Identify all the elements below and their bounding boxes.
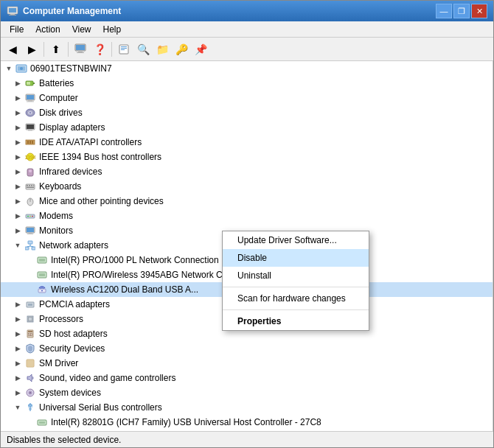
usb-expand[interactable]: ▼ — [13, 402, 23, 413]
svg-marker-75 — [27, 374, 32, 382]
key-button[interactable]: 🔑 — [173, 41, 190, 58]
modems-expand[interactable]: ▶ — [13, 211, 23, 221]
ctx-update-driver[interactable]: Update Driver Software... — [223, 231, 369, 249]
tree-item-disk-drives[interactable]: ▶ Disk drives — [1, 105, 493, 120]
restore-button[interactable]: ❐ — [453, 4, 470, 18]
tree-item-sound[interactable]: ▶ Sound, video and game controllers — [1, 371, 493, 385]
monitors-expand[interactable]: ▶ — [13, 225, 23, 236]
disk-expand[interactable]: ▶ — [13, 108, 23, 118]
system-expand[interactable]: ▶ — [13, 388, 23, 398]
mice-icon — [24, 195, 36, 207]
ctx-properties[interactable]: Properties — [223, 312, 369, 330]
up-button[interactable]: ⬆ — [47, 41, 65, 58]
svg-rect-16 — [33, 83, 35, 84]
tree-item-infrared[interactable]: ▶ Infrared devices — [1, 164, 493, 179]
svg-rect-1 — [9, 8, 16, 13]
processors-expand[interactable]: ▶ — [13, 314, 23, 324]
svg-rect-26 — [27, 125, 34, 129]
tree-item-usb[interactable]: ▼ Universal Serial Bus controllers — [1, 400, 493, 415]
ide-label: IDE ATA/ATAPI controllers — [39, 137, 142, 147]
sd-expand[interactable]: ▶ — [13, 329, 23, 339]
minimize-button[interactable]: — — [436, 4, 452, 18]
close-button[interactable]: ✕ — [471, 4, 487, 18]
network-expand[interactable]: ▼ — [13, 240, 23, 251]
show-hide-button[interactable] — [72, 41, 89, 58]
title-bar: Computer Management — ❐ ✕ — [1, 1, 493, 21]
tree-item-batteries[interactable]: ▶ Batteries — [1, 76, 493, 91]
pin-button[interactable]: 📌 — [192, 41, 209, 58]
svg-rect-10 — [121, 48, 127, 49]
computer-label: Computer — [39, 93, 78, 103]
back-button[interactable]: ◀ — [4, 41, 21, 58]
tree-item-security[interactable]: ▶ Security Devices — [1, 341, 493, 356]
svg-rect-39 — [31, 185, 32, 186]
infrared-label: Infrared devices — [39, 167, 102, 177]
network-icon — [24, 239, 36, 251]
ide-icon — [24, 136, 36, 148]
tree-item-sm[interactable]: ▶ SM Driver — [1, 356, 493, 371]
toolbar-separator-3 — [111, 42, 112, 57]
svg-rect-5 — [76, 45, 85, 50]
svg-rect-21 — [27, 102, 34, 102]
pcmcia-expand[interactable]: ▶ — [13, 299, 23, 309]
batteries-icon — [24, 77, 36, 89]
batteries-expand[interactable]: ▶ — [13, 78, 23, 88]
tree-item-ide[interactable]: ▶ IDE ATA/ATAPI controllers — [1, 135, 493, 150]
infrared-expand[interactable]: ▶ — [13, 167, 23, 177]
menu-view[interactable]: View — [66, 23, 97, 36]
svg-line-58 — [30, 246, 34, 247]
system-label: System devices — [39, 388, 101, 398]
tree-item-display[interactable]: ▶ Display adapters — [1, 120, 493, 135]
mice-expand[interactable]: ▶ — [13, 196, 23, 206]
folder-button[interactable]: 📁 — [153, 41, 171, 58]
root-expand[interactable]: ▼ — [4, 63, 14, 74]
svg-rect-54 — [25, 247, 29, 250]
svg-rect-31 — [32, 141, 33, 144]
security-expand[interactable]: ▶ — [13, 343, 23, 354]
forward-button[interactable]: ▶ — [23, 41, 41, 58]
tree-root[interactable]: ▼ 06901TESTNBWIN7 — [1, 61, 493, 76]
tree-item-usb-27c8[interactable]: ▶ Intel(R) 82801G (ICH7 Family) USB Univ… — [1, 415, 493, 430]
tree-item-keyboards[interactable]: ▶ Keyboards — [1, 179, 493, 194]
menu-file[interactable]: File — [4, 23, 29, 36]
svg-rect-3 — [9, 15, 16, 15]
ac1200-label: Wireless AC1200 Dual Band USB A... — [51, 284, 198, 295]
tree-item-computer[interactable]: ▶ Computer — [1, 91, 493, 105]
ieee-icon: 1394 — [24, 151, 36, 163]
menu-action[interactable]: Action — [29, 23, 66, 36]
sound-label: Sound, video and game controllers — [39, 373, 175, 383]
search-button[interactable]: 🔍 — [134, 41, 152, 58]
help-button[interactable]: ❓ — [91, 41, 108, 58]
tree-item-modems[interactable]: ▶ Modems — [1, 209, 493, 223]
svg-point-79 — [28, 405, 29, 406]
ctx-uninstall[interactable]: Uninstall — [223, 267, 369, 284]
toolbar: ◀ ▶ ⬆ ❓ 🔍 📁 🔑 📌 — [1, 38, 493, 61]
ctx-disable[interactable]: Disable — [223, 249, 369, 267]
keyboards-expand[interactable]: ▶ — [13, 181, 23, 192]
svg-rect-60 — [39, 259, 45, 262]
tree-panel[interactable]: ▼ 06901TESTNBWIN7 ▶ Batteries — [1, 61, 493, 431]
status-bar: Disables the selected device. — [1, 431, 493, 447]
app-icon — [7, 5, 18, 17]
usb27c8-label: Intel(R) 82801G (ICH7 Family) USB Univer… — [51, 417, 321, 427]
menu-help[interactable]: Help — [97, 23, 128, 36]
content-area: ▼ 06901TESTNBWIN7 ▶ Batteries — [1, 61, 493, 431]
ide-expand[interactable]: ▶ — [13, 137, 23, 147]
tree-item-ieee[interactable]: ▶ 1394 IEEE 1394 Bus host controllers — [1, 150, 493, 164]
status-text: Disables the selected device. — [7, 435, 121, 445]
ctx-scan[interactable]: Scan for hardware changes — [223, 290, 369, 307]
sm-expand[interactable]: ▶ — [13, 358, 23, 368]
tree-item-mice[interactable]: ▶ Mice and other pointing devices — [1, 194, 493, 209]
sound-expand[interactable]: ▶ — [13, 373, 23, 383]
svg-rect-19 — [27, 95, 34, 99]
svg-rect-40 — [33, 185, 34, 186]
tree-item-usb-27c9[interactable]: ▶ Intel(R) 82801G (ICH7 Family) USB Univ… — [1, 430, 493, 431]
sd-label: SD host adapters — [39, 329, 108, 339]
keyboards-icon — [24, 181, 36, 192]
display-expand[interactable]: ▶ — [13, 122, 23, 133]
computer-expand[interactable]: ▶ — [13, 93, 23, 103]
root-label: 06901TESTNBWIN7 — [30, 63, 112, 74]
export-button[interactable] — [115, 41, 133, 58]
ieee-expand[interactable]: ▶ — [13, 152, 23, 162]
tree-item-system[interactable]: ▶ System devices — [1, 385, 493, 400]
